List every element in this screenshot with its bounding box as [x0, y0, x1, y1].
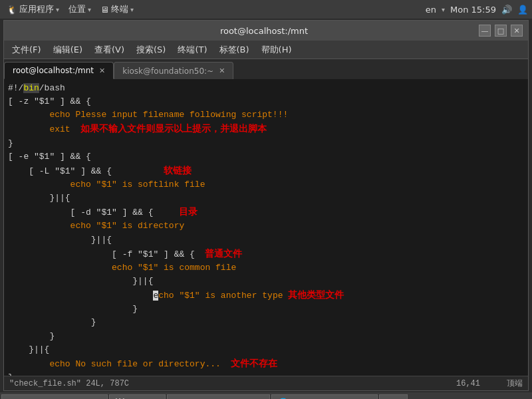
terminal-menu[interactable]: 🖥 终端 ▾	[98, 2, 136, 17]
tab-label-inactive: kiosk@foundation50:~	[122, 66, 213, 76]
statusbar-position: 16,41	[456, 379, 480, 388]
places-dropdown-icon: ▾	[88, 6, 91, 13]
window-controls: — □ ✕	[479, 25, 523, 37]
code-line-2: [ -z "$1" ] && {	[8, 95, 524, 108]
code-line-12: }||{	[8, 233, 524, 247]
clock: Mon 15:59	[450, 5, 496, 15]
topbar-right: en ▾ Mon 15:59 🔊 👤	[426, 5, 528, 15]
code-line-15: }||{	[8, 275, 524, 288]
code-line-4: exit 如果不输入文件则显示以上提示，并退出脚本	[8, 122, 524, 136]
code-line-6: [ -e "$1" ] && {	[8, 150, 524, 164]
taskbar-desktop[interactable]: 🖥 desktop (1) – Virt ...	[167, 394, 270, 399]
code-line-16: echo "$1" is another type 其他类型文件	[8, 288, 524, 303]
system-taskbar: 💻 root@localhost:/mnt 🖼 Pictures 🖥 deskt…	[0, 392, 532, 399]
terminal-dropdown-icon: ▾	[130, 6, 134, 13]
system-topbar: 🐧 应用程序 ▾ 位置 ▾ 🖥 终端 ▾ en ▾ Mon 15:59 🔊 👤	[0, 0, 532, 19]
terminal-content[interactable]: #!/bin/bash [ -z "$1" ] && { echo Plesse…	[4, 79, 528, 376]
code-line-19: }	[8, 330, 524, 343]
vim-statusbar: "check_file.sh" 24L, 787C 16,41 顶端	[4, 376, 528, 390]
tab-close-inactive[interactable]: ✕	[219, 66, 225, 75]
taskbar-page: 1 / 4	[379, 394, 408, 399]
taskbar-pictures[interactable]: 🖼 Pictures	[109, 394, 166, 399]
topbar-left: 🐧 应用程序 ▾ 位置 ▾ 🖥 终端 ▾	[4, 2, 136, 17]
tab-root-localhost[interactable]: root@localhost:/mnt ✕	[4, 62, 114, 79]
code-line-18: }	[8, 316, 524, 329]
window-titlebar: root@localhost:/mnt — □ ✕	[4, 21, 528, 41]
menu-tabs[interactable]: 标签(B)	[214, 42, 255, 58]
code-line-8: echo "$1" is softlink file	[8, 178, 524, 192]
menu-terminal[interactable]: 终端(T)	[172, 42, 212, 58]
code-line-20: }||{	[8, 343, 524, 356]
places-label: 位置	[68, 3, 86, 15]
app-menubar: 文件(F) 编辑(E) 查看(V) 搜索(S) 终端(T) 标签(B) 帮助(H…	[4, 41, 528, 59]
code-line-1: #!/bin/bash	[8, 82, 524, 95]
apps-dropdown-icon: ▾	[56, 6, 59, 13]
code-line-5: }	[8, 137, 524, 150]
code-line-21: echo No such file or directory... 文件不存在	[8, 356, 524, 371]
tab-label-active: root@localhost:/mnt	[13, 66, 94, 75]
menu-view[interactable]: 查看(V)	[89, 42, 130, 58]
menu-file[interactable]: 文件(F)	[7, 42, 47, 58]
tab-kiosk[interactable]: kiosk@foundation50:~ ✕	[114, 62, 233, 79]
code-line-9: }||{	[8, 192, 524, 205]
code-line-17: }	[8, 303, 524, 316]
taskbar-browser[interactable]: 🌐 [22ps://blog.csdn.ne	[271, 394, 378, 399]
terminal-icon: 🖥	[100, 5, 109, 15]
code-line-13: [ -f "$1" ] && { 普通文件	[8, 247, 524, 261]
user-icon[interactable]: 👤	[517, 5, 528, 15]
tab-close-active[interactable]: ✕	[99, 66, 105, 75]
apps-icon: 🐧	[7, 5, 17, 15]
maximize-button[interactable]: □	[495, 25, 507, 37]
apps-menu[interactable]: 🐧 应用程序 ▾	[4, 2, 62, 17]
code-line-11: echo "$1" is directory	[8, 219, 524, 233]
code-line-7: [ -L "$1" ] && { 软链接	[8, 164, 524, 178]
statusbar-scroll: 顶端	[507, 378, 523, 389]
statusbar-filename: "check_file.sh" 24L, 787C	[9, 379, 129, 388]
terminal-window: root@localhost:/mnt — □ ✕ 文件(F) 编辑(E) 查看…	[3, 20, 529, 391]
window-title: root@localhost:/mnt	[220, 26, 308, 36]
close-button[interactable]: ✕	[511, 25, 523, 37]
menu-help[interactable]: 帮助(H)	[256, 42, 297, 58]
volume-icon[interactable]: 🔊	[501, 5, 512, 15]
lang-dropdown-icon: ▾	[442, 6, 445, 13]
lang-indicator[interactable]: en	[426, 5, 436, 15]
tab-bar: root@localhost:/mnt ✕ kiosk@foundation50…	[4, 59, 528, 79]
code-line-22: }	[8, 371, 524, 376]
menu-search[interactable]: 搜索(S)	[131, 42, 171, 58]
apps-label: 应用程序	[19, 3, 54, 15]
terminal-label: 终端	[111, 3, 128, 15]
menu-edit[interactable]: 编辑(E)	[48, 42, 88, 58]
code-line-14: echo "$1" is common file	[8, 261, 524, 275]
minimize-button[interactable]: —	[479, 25, 491, 37]
code-line-10: [ -d "$1" ] && { 目录	[8, 205, 524, 219]
code-line-3: echo Plesse input filename following scr…	[8, 108, 524, 122]
taskbar-terminal[interactable]: 💻 root@localhost:/mnt	[1, 394, 108, 399]
places-menu[interactable]: 位置 ▾	[66, 2, 94, 17]
